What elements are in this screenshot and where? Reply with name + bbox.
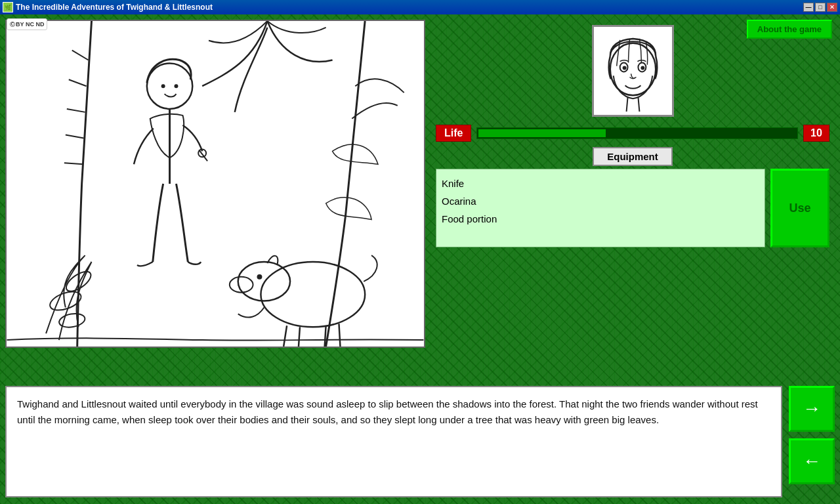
svg-point-5 xyxy=(161,84,165,88)
svg-point-12 xyxy=(257,274,262,280)
maximize-button[interactable]: □ xyxy=(815,3,826,12)
bottom-area: Twighand and Littlesnout waited until ev… xyxy=(5,386,835,497)
title-bar-icon: 🌿 xyxy=(3,2,13,12)
forward-button[interactable]: → xyxy=(789,386,835,432)
character-portrait xyxy=(592,25,674,117)
use-button[interactable]: Use xyxy=(770,169,830,247)
cc-license: © BY NC ND xyxy=(7,18,47,30)
title-bar: 🌿 The Incredible Adventures of Twighand … xyxy=(0,0,840,14)
back-arrow: ← xyxy=(803,452,821,471)
equipment-row: Knife Ocarina Food portion Use xyxy=(436,169,830,247)
about-game-button[interactable]: About the game xyxy=(747,20,832,39)
story-text: Twighand and Littlesnout waited until ev… xyxy=(17,396,770,428)
life-bar-fill xyxy=(478,129,605,137)
equipment-list[interactable]: Knife Ocarina Food portion xyxy=(436,169,765,247)
equipment-item-1[interactable]: Knife xyxy=(442,175,759,192)
svg-rect-13 xyxy=(594,27,672,115)
minimize-button[interactable]: — xyxy=(803,3,814,12)
main-content: Life 10 Equipment Knife Ocarina Food por… xyxy=(0,14,840,504)
life-value: 10 xyxy=(803,125,830,142)
life-bar-container xyxy=(476,127,798,139)
svg-point-6 xyxy=(175,84,178,88)
back-button[interactable]: ← xyxy=(789,438,835,484)
equipment-item-3[interactable]: Food portion xyxy=(442,210,759,228)
life-label: Life xyxy=(436,125,471,142)
svg-point-17 xyxy=(622,66,626,70)
close-button[interactable]: ✕ xyxy=(827,3,837,12)
forward-arrow: → xyxy=(803,400,821,418)
right-panel: Life 10 Equipment Knife Ocarina Food por… xyxy=(430,20,835,350)
cc-badge: © BY NC ND xyxy=(7,18,47,30)
title-bar-text: The Incredible Adventures of Twighand & … xyxy=(16,3,213,12)
portrait-svg xyxy=(594,27,672,115)
game-illustration xyxy=(5,20,425,348)
title-bar-buttons: — □ ✕ xyxy=(803,3,837,12)
story-text-box: Twighand and Littlesnout waited until ev… xyxy=(5,386,782,497)
nav-buttons: → ← xyxy=(789,386,835,484)
equipment-label: Equipment xyxy=(593,147,673,166)
illustration-svg xyxy=(7,21,424,346)
svg-point-18 xyxy=(640,66,644,70)
top-area: Life 10 Equipment Knife Ocarina Food por… xyxy=(0,14,840,356)
equipment-section: Equipment Knife Ocarina Food portion Use xyxy=(436,147,830,247)
life-area: Life 10 xyxy=(436,125,830,142)
equipment-item-2[interactable]: Ocarina xyxy=(442,192,759,210)
